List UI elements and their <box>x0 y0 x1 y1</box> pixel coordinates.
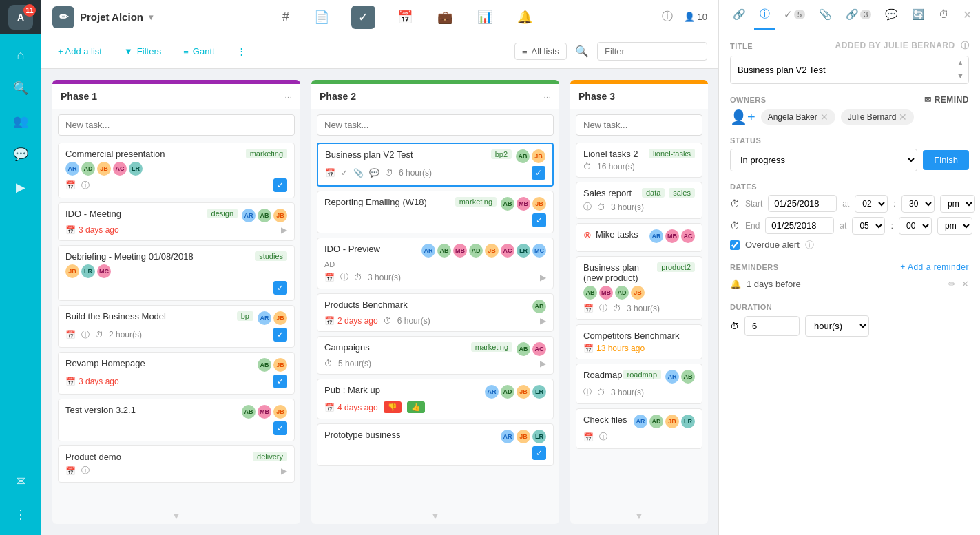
end-date-input[interactable] <box>765 217 834 234</box>
hash-icon[interactable]: # <box>280 7 292 27</box>
task-business-plan-new-product[interactable]: Business plan (new product) product2 AB … <box>576 256 702 320</box>
more-button[interactable]: ⋮ <box>231 43 251 59</box>
calendar-icon[interactable]: 📅 <box>395 7 415 28</box>
start-ampm-select[interactable]: pmam <box>940 195 975 213</box>
task-checkbox[interactable]: ✓ <box>273 421 287 435</box>
col1-new-task[interactable] <box>58 114 295 136</box>
filter-input[interactable] <box>597 42 707 61</box>
task-check-files[interactable]: Check files AR AD JB LR 📅 ⓘ <box>576 408 702 449</box>
remove-owner-julie[interactable]: ✕ <box>899 112 907 123</box>
tasks-icon[interactable]: ✓ <box>351 6 375 29</box>
panel-tab-tasks[interactable]: ✓ 5 <box>778 0 811 30</box>
panel-tab-comment[interactable]: 💬 <box>879 0 904 30</box>
topbar-right: ⓘ 👤 10 <box>662 10 707 24</box>
finish-button[interactable]: Finish <box>923 150 969 170</box>
end-hour-select[interactable]: 050607 <box>852 217 885 235</box>
reminder-delete-button[interactable]: ✕ <box>961 279 969 289</box>
sidebar-mail-icon[interactable]: ✉ <box>3 466 38 496</box>
sidebar-chat-icon[interactable]: 💬 <box>3 139 38 169</box>
task-title-input[interactable] <box>731 56 952 83</box>
task-checkbox[interactable]: ✓ <box>273 328 287 342</box>
col1-scroll-down[interactable]: ▼ <box>52 507 300 524</box>
task-build-business-model[interactable]: Build the Business Model bp AR JB 📅 ⓘ ⏱ … <box>58 305 295 348</box>
sidebar-search-icon[interactable]: 🔍 <box>3 73 38 103</box>
remind-button[interactable]: ✉ Remind <box>924 95 969 105</box>
task-checkbox[interactable]: ✓ <box>273 178 287 192</box>
gantt-button[interactable]: ≡ Gantt <box>178 43 220 59</box>
panel-close-button[interactable]: ✕ <box>963 8 972 21</box>
avatar-ab: AB <box>242 405 256 419</box>
task-reporting-emailing[interactable]: Reporting Emailing (W18) marketing AB MB… <box>317 191 554 233</box>
user-count[interactable]: 👤 10 <box>684 12 707 22</box>
av-lr: LR <box>532 385 546 399</box>
task-checkbox[interactable]: ✓ <box>532 213 546 227</box>
title-down-arrow[interactable]: ▼ <box>952 70 968 83</box>
task-business-plan-v2[interactable]: Business plan V2 Test bp2 AB JB 📅 ✓ 📎 💬 … <box>317 143 554 187</box>
sidebar-users-icon[interactable]: 👥 <box>3 106 38 136</box>
panel-tab-link[interactable]: 🔗 <box>727 0 751 30</box>
duration-unit-select[interactable]: hour(s) day(s) minute(s) <box>805 315 869 337</box>
task-mike-tasks[interactable]: ⊗ Mike tasks AR MB AC <box>576 223 702 252</box>
task-checkbox[interactable]: ✓ <box>532 166 545 180</box>
task-title: Test version 3.2.1 <box>65 405 238 415</box>
briefcase-icon[interactable]: 💼 <box>435 7 455 28</box>
project-header[interactable]: ✏ Projet Alcion ▾ <box>52 6 153 28</box>
col2-scroll-down[interactable]: ▼ <box>311 507 559 524</box>
task-checkbox[interactable]: ✓ <box>273 375 287 388</box>
filters-button[interactable]: ▼ Filters <box>118 43 167 59</box>
main-content: ✏ Projet Alcion ▾ # 📄 ✓ 📅 💼 📊 🔔 ⓘ 👤 10 +… <box>41 0 718 535</box>
end-min-select[interactable]: 00153045 <box>899 217 932 235</box>
remove-owner-angela[interactable]: ✕ <box>820 112 828 123</box>
task-campaigns[interactable]: Campaigns marketing AB AC ⏱ 5 hour(s) ▶ <box>317 336 554 375</box>
task-roadmap[interactable]: Roadmap roadmap AR AB ⓘ ⏱ 3 hour(s) <box>576 364 702 404</box>
task-product-demo[interactable]: Product demo delivery 📅 ⓘ ▶ <box>58 445 295 483</box>
task-lionel-tasks[interactable]: Lionel tasks 2 lionel-tasks ⏱ 16 hour(s) <box>576 143 702 178</box>
chart-icon[interactable]: 📊 <box>475 7 495 28</box>
av-mb: MB <box>599 286 613 300</box>
col2-new-task[interactable] <box>317 114 554 136</box>
start-date-input[interactable] <box>768 195 837 212</box>
task-commercial-presentation[interactable]: Commercial presentation marketing AR AD … <box>58 143 295 198</box>
task-ido-preview[interactable]: IDO - Preview AR AB MB AD JB AC LR MC AD <box>317 238 554 289</box>
panel-tab-info[interactable]: ⓘ <box>754 0 775 30</box>
task-checkbox[interactable]: ✓ <box>273 281 287 295</box>
reminder-edit-button[interactable]: ✏ <box>948 279 956 289</box>
start-hour-select[interactable]: 020304 <box>855 195 888 213</box>
panel-tab-link2[interactable]: 🔗 3 <box>840 0 877 30</box>
task-checkbox[interactable]: ✓ <box>532 446 546 460</box>
sidebar-more-icon[interactable]: ⋮ <box>3 499 38 529</box>
task-prototype-business[interactable]: Prototype business AR JB LR ✓ <box>317 423 554 466</box>
task-pub-markup[interactable]: Pub : Mark up AR AD JB LR 📅 4 days ago 👎… <box>317 379 554 419</box>
add-owner-button[interactable]: 👤+ <box>730 109 755 125</box>
panel-tab-refresh[interactable]: 🔄 <box>906 0 930 30</box>
sidebar-home-icon[interactable]: ⌂ <box>3 40 38 70</box>
panel-tab-attach[interactable]: 📎 <box>813 0 837 30</box>
panel-tab-history[interactable]: ⏱ <box>933 0 955 30</box>
col1-menu[interactable]: ··· <box>284 92 292 102</box>
bell-icon[interactable]: 🔔 <box>514 7 535 28</box>
info-icon[interactable]: ⓘ <box>662 10 673 24</box>
sidebar-video-icon[interactable]: ▶ <box>3 172 38 202</box>
col3-scroll-down[interactable]: ▼ <box>570 507 708 524</box>
task-competitors-benchmark[interactable]: Competitors Benchmark 📅 13 hours ago <box>576 324 702 359</box>
task-debriefing[interactable]: Debriefing - Meeting 01/08/2018 studies … <box>58 245 295 301</box>
status-select[interactable]: In progress Todo Done <box>730 149 917 171</box>
start-min-select[interactable]: 30001545 <box>901 195 935 213</box>
title-up-arrow[interactable]: ▲ <box>952 56 968 70</box>
add-reminder-button[interactable]: + Add a reminder <box>900 262 969 272</box>
add-list-button[interactable]: + Add a list <box>52 43 107 59</box>
task-products-benchmark[interactable]: Products Benchmark AB 📅 2 days ago ⏱ 6 h… <box>317 293 554 332</box>
overdue-checkbox[interactable] <box>730 240 740 250</box>
task-revamp-homepage[interactable]: Revamp Homepage AB JB 📅 3 days ago ✓ <box>58 352 295 395</box>
end-ampm-select[interactable]: pmam <box>937 217 972 235</box>
task-sales-report[interactable]: Sales report data sales ⓘ ⏱ 3 hour(s) <box>576 182 702 219</box>
col2-menu[interactable]: ··· <box>543 92 551 102</box>
all-lists-button[interactable]: ≡ All lists <box>514 43 567 60</box>
doc-icon[interactable]: 📄 <box>311 7 332 28</box>
col3-header: Phase 3 <box>570 84 708 109</box>
task-test-version[interactable]: Test version 3.2.1 AB MB JB ✓ <box>58 399 295 441</box>
duration-input[interactable] <box>744 316 800 336</box>
task-ido-meeting[interactable]: IDO - Meeting design AR AB JB 📅 3 days a… <box>58 202 295 241</box>
clock-icon: ⏱ <box>95 330 103 339</box>
col3-new-task[interactable] <box>576 114 702 136</box>
